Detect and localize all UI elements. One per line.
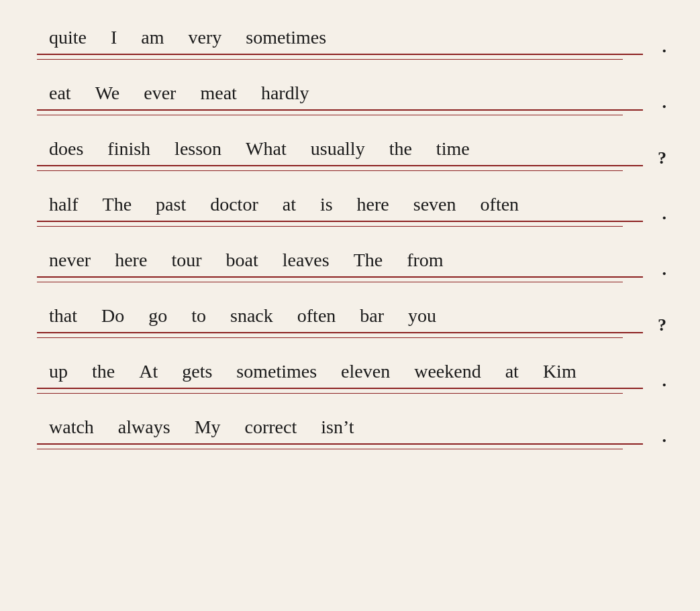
word-8-4[interactable]: isn’t (309, 416, 366, 438)
answer-line-8 (37, 449, 623, 449)
baseline-2 (37, 109, 643, 111)
word-6-7[interactable]: you (396, 305, 448, 327)
word-2-1[interactable]: We (83, 82, 132, 104)
word-4-8[interactable]: often (468, 194, 532, 215)
word-3-5[interactable]: the (377, 138, 424, 160)
word-2-4[interactable]: hardly (249, 82, 321, 104)
word-5-2[interactable]: tour (159, 249, 213, 271)
answer-line-4 (37, 226, 623, 227)
word-6-4[interactable]: snack (218, 305, 285, 327)
word-3-0[interactable]: does (37, 138, 95, 160)
word-1-0[interactable]: quite (37, 27, 99, 48)
word-4-4[interactable]: at (270, 194, 308, 215)
word-6-0[interactable]: that (37, 305, 89, 327)
answer-line-5 (37, 282, 623, 282)
row-block-1: quiteIamverysometimes. (37, 13, 666, 60)
row-block-2: eatWeevermeathardly. (37, 69, 666, 115)
row-block-6: thatDogotosnackoftenbaryou? (37, 292, 666, 338)
word-line-5: neverheretourboatleavesThefrom (37, 236, 643, 276)
punct-3: ? (658, 148, 666, 168)
word-4-7[interactable]: seven (401, 194, 468, 215)
word-1-3[interactable]: very (177, 27, 234, 48)
word-line-8: watchalwaysMycorrectisn’t (37, 403, 643, 443)
word-1-1[interactable]: I (99, 27, 129, 48)
word-3-3[interactable]: What (234, 138, 299, 160)
word-4-1[interactable]: The (91, 194, 144, 215)
word-7-6[interactable]: weekend (402, 361, 493, 382)
word-line-4: halfThepastdoctoratisheresevenoften (37, 180, 643, 221)
word-5-6[interactable]: from (395, 249, 455, 271)
word-4-0[interactable]: half (37, 194, 91, 215)
word-7-8[interactable]: Kim (531, 361, 589, 382)
answer-line-7 (37, 393, 623, 394)
punct-7: . (662, 371, 667, 391)
word-8-1[interactable]: always (106, 416, 183, 438)
word-6-2[interactable]: go (136, 305, 179, 327)
answer-line-3 (37, 170, 623, 171)
word-5-0[interactable]: never (37, 249, 103, 271)
word-line-3: doesfinishlessonWhatusuallythetime (37, 125, 643, 165)
word-line-7: uptheAtgetssometimeselevenweekendatKim (37, 347, 643, 388)
punct-5: . (662, 260, 667, 280)
row-block-7: uptheAtgetssometimeselevenweekendatKim. (37, 347, 666, 394)
baseline-4 (37, 221, 643, 222)
word-4-2[interactable]: past (144, 194, 198, 215)
row-block-3: doesfinishlessonWhatusuallythetime? (37, 125, 666, 171)
punct-1: . (662, 37, 667, 57)
baseline-1 (37, 54, 643, 55)
word-7-0[interactable]: up (37, 361, 80, 382)
word-4-6[interactable]: here (345, 194, 401, 215)
punct-6: ? (658, 315, 666, 335)
word-8-3[interactable]: correct (233, 416, 309, 438)
row-block-8: watchalwaysMycorrectisn’t. (37, 403, 666, 449)
word-4-3[interactable]: doctor (198, 194, 270, 215)
answer-line-2 (37, 115, 623, 115)
word-4-5[interactable]: is (308, 194, 345, 215)
row-block-4: halfThepastdoctoratisheresevenoften. (37, 180, 666, 227)
word-8-2[interactable]: My (183, 416, 233, 438)
baseline-7 (37, 388, 643, 389)
punct-2: . (662, 93, 667, 113)
baseline-3 (37, 165, 643, 166)
word-6-5[interactable]: often (285, 305, 348, 327)
word-5-1[interactable]: here (103, 249, 159, 271)
answer-line-6 (37, 337, 623, 338)
word-6-6[interactable]: bar (348, 305, 396, 327)
exercise-container: quiteIamverysometimes.eatWeevermeathardl… (0, 7, 700, 456)
word-8-0[interactable]: watch (37, 416, 106, 438)
word-6-3[interactable]: to (179, 305, 218, 327)
word-line-2: eatWeevermeathardly (37, 69, 643, 109)
word-7-7[interactable]: at (493, 361, 531, 382)
word-5-4[interactable]: leaves (270, 249, 342, 271)
baseline-6 (37, 332, 643, 333)
baseline-8 (37, 443, 643, 445)
word-7-5[interactable]: eleven (329, 361, 402, 382)
row-block-5: neverheretourboatleavesThefrom. (37, 236, 666, 282)
word-7-2[interactable]: At (127, 361, 170, 382)
word-3-6[interactable]: time (424, 138, 482, 160)
word-2-2[interactable]: ever (132, 82, 188, 104)
word-3-4[interactable]: usually (299, 138, 377, 160)
word-6-1[interactable]: Do (89, 305, 136, 327)
punct-8: . (662, 427, 667, 447)
word-line-6: thatDogotosnackoftenbaryou (37, 292, 643, 332)
word-3-1[interactable]: finish (95, 138, 162, 160)
word-2-0[interactable]: eat (37, 82, 83, 104)
baseline-5 (37, 276, 643, 278)
word-1-2[interactable]: am (129, 27, 176, 48)
punct-4: . (662, 204, 667, 224)
word-3-2[interactable]: lesson (162, 138, 234, 160)
word-2-3[interactable]: meat (188, 82, 248, 104)
word-1-4[interactable]: sometimes (234, 27, 338, 48)
word-7-4[interactable]: sometimes (224, 361, 329, 382)
word-5-5[interactable]: The (342, 249, 395, 271)
word-7-3[interactable]: gets (170, 361, 224, 382)
word-7-1[interactable]: the (80, 361, 127, 382)
word-line-1: quiteIamverysometimes (37, 13, 643, 54)
word-5-3[interactable]: boat (213, 249, 270, 271)
answer-line-1 (37, 59, 623, 60)
